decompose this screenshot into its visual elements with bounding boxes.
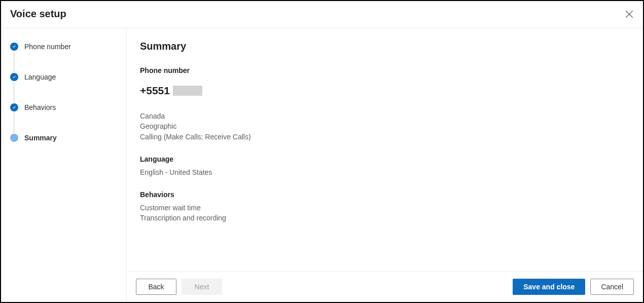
checkmark-icon xyxy=(10,103,18,111)
dialog-header: Voice setup xyxy=(1,1,643,28)
page-title: Summary xyxy=(140,41,630,52)
step-connector xyxy=(14,112,14,133)
phone-number-value: +5551 xyxy=(140,85,170,97)
behavior-item: Customer wait time xyxy=(140,203,630,213)
phone-section-heading: Phone number xyxy=(140,66,630,74)
main-panel: Summary Phone number +5551 Canada Geogra… xyxy=(127,28,643,302)
back-button[interactable]: Back xyxy=(136,279,176,295)
step-label: Summary xyxy=(24,134,57,142)
phone-country: Canada xyxy=(140,111,630,121)
dialog-footer: Back Next Save and close Cancel xyxy=(127,271,643,302)
wizard-steps-sidebar: Phone number Language Behaviors Summary xyxy=(1,28,127,302)
dialog-body: Phone number Language Behaviors Summary … xyxy=(1,28,643,302)
step-behaviors[interactable]: Behaviors xyxy=(10,103,117,134)
footer-left-group: Back Next xyxy=(136,279,222,295)
language-value: English - United States xyxy=(140,167,630,177)
language-details-block: English - United States xyxy=(140,167,630,177)
next-button: Next xyxy=(182,279,222,295)
behavior-item: Transcription and recording xyxy=(140,213,630,223)
phone-details-block: Canada Geographic Calling (Make Calls; R… xyxy=(140,111,630,142)
summary-content: Summary Phone number +5551 Canada Geogra… xyxy=(127,28,643,271)
dialog-title: Voice setup xyxy=(10,8,66,20)
checkmark-icon xyxy=(10,73,18,81)
phone-features: Calling (Make Calls; Receive Calls) xyxy=(140,132,630,142)
step-summary[interactable]: Summary xyxy=(10,134,117,142)
close-icon[interactable] xyxy=(625,10,634,19)
step-language[interactable]: Language xyxy=(10,73,117,103)
phone-number-redacted xyxy=(173,86,202,96)
step-phone-number[interactable]: Phone number xyxy=(10,43,117,73)
language-section-heading: Language xyxy=(140,155,630,163)
behaviors-details-block: Customer wait time Transcription and rec… xyxy=(140,203,630,223)
step-label: Phone number xyxy=(24,43,71,51)
step-label: Behaviors xyxy=(24,103,56,111)
save-and-close-button[interactable]: Save and close xyxy=(513,279,585,295)
step-connector xyxy=(14,52,14,72)
current-step-icon xyxy=(10,134,18,142)
footer-right-group: Save and close Cancel xyxy=(513,279,634,295)
phone-type: Geographic xyxy=(140,121,630,131)
step-label: Language xyxy=(24,73,56,81)
step-connector xyxy=(14,82,14,102)
cancel-button[interactable]: Cancel xyxy=(590,279,634,295)
behaviors-section-heading: Behaviors xyxy=(140,191,630,199)
checkmark-icon xyxy=(10,43,18,51)
phone-number-row: +5551 xyxy=(140,85,630,97)
